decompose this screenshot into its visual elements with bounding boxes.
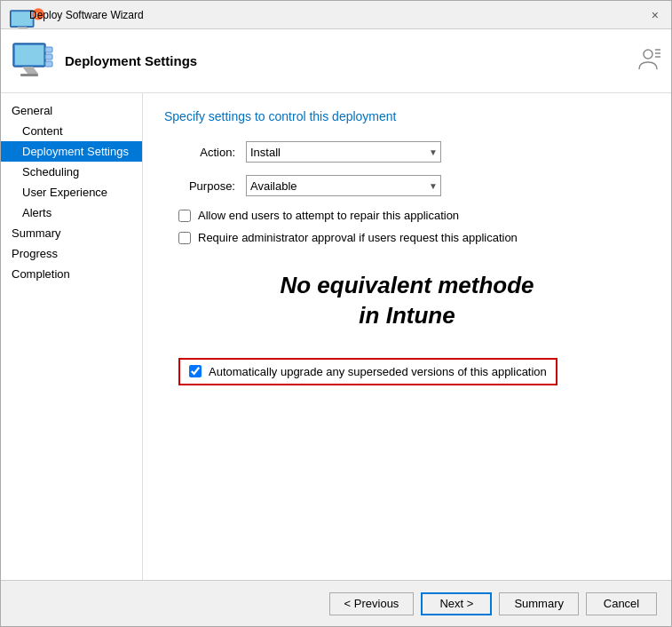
purpose-row: Purpose: Available Required ▼ [164, 175, 650, 196]
header-title: Deployment Settings [65, 53, 197, 68]
svg-point-13 [644, 50, 652, 59]
wizard-footer: < Previous Next > Summary Cancel [1, 580, 671, 626]
checkbox-upgrade-label: Automatically upgrade any superseded ver… [209, 365, 547, 378]
title-bar: ! Deploy Software Wizard × [1, 1, 671, 29]
sidebar-item-progress[interactable]: Progress [1, 243, 142, 264]
sidebar-item-scheduling[interactable]: Scheduling [1, 162, 142, 182]
checkbox-approval[interactable] [178, 232, 191, 244]
svg-marker-8 [22, 67, 38, 74]
svg-rect-11 [45, 54, 52, 60]
checkbox-repair-label: Allow end users to attempt to repair thi… [198, 209, 459, 222]
wizard-body: General Content Deployment Settings Sche… [1, 93, 671, 580]
no-equivalent-text: No equivalent methode in Intune [164, 271, 650, 331]
svg-rect-7 [15, 45, 43, 65]
sidebar-item-completion[interactable]: Completion [1, 264, 142, 284]
wizard-window: ! Deploy Software Wizard × Deployment Se… [0, 0, 672, 627]
svg-rect-9 [20, 74, 38, 76]
summary-button[interactable]: Summary [499, 592, 579, 615]
action-select-wrapper: Install Uninstall ▼ [246, 141, 441, 163]
svg-rect-12 [45, 61, 52, 67]
cancel-button[interactable]: Cancel [586, 592, 657, 615]
sidebar-item-deployment-settings[interactable]: Deployment Settings [1, 141, 142, 162]
user-icon [636, 46, 660, 76]
checkbox-upgrade[interactable] [189, 365, 202, 377]
action-label: Action: [164, 146, 235, 159]
no-equivalent-box: No equivalent methode in Intune [164, 271, 650, 331]
main-heading: Specify settings to control this deploym… [164, 109, 650, 123]
title-bar-text: Deploy Software Wizard [29, 9, 646, 21]
title-bar-icon: ! [8, 7, 24, 23]
purpose-select-wrapper: Available Required ▼ [246, 175, 441, 196]
main-content: Specify settings to control this deploym… [143, 93, 671, 580]
checkbox-repair-row: Allow end users to attempt to repair thi… [164, 209, 650, 222]
svg-rect-10 [45, 47, 52, 52]
sidebar-item-user-experience[interactable]: User Experience [1, 182, 142, 202]
purpose-label: Purpose: [164, 179, 235, 193]
wizard-header: Deployment Settings [1, 29, 671, 93]
sidebar-item-general[interactable]: General [1, 100, 142, 121]
sidebar: General Content Deployment Settings Sche… [1, 93, 143, 580]
header-icon [12, 40, 54, 83]
sidebar-item-alerts[interactable]: Alerts [1, 202, 142, 223]
sidebar-item-content[interactable]: Content [1, 121, 142, 141]
purpose-select[interactable]: Available Required [246, 175, 441, 196]
action-select[interactable]: Install Uninstall [246, 141, 441, 163]
checkbox-repair[interactable] [178, 210, 191, 222]
action-row: Action: Install Uninstall ▼ [164, 141, 650, 163]
highlight-area: Automatically upgrade any superseded ver… [164, 358, 650, 385]
checkbox-approval-label: Require administrator approval if users … [198, 231, 518, 244]
next-button[interactable]: Next > [421, 592, 492, 615]
checkbox-approval-row: Require administrator approval if users … [164, 231, 650, 244]
close-button[interactable]: × [646, 7, 664, 23]
sidebar-item-summary[interactable]: Summary [1, 223, 142, 243]
checkbox-upgrade-highlight: Automatically upgrade any superseded ver… [178, 358, 557, 385]
previous-button[interactable]: < Previous [329, 592, 415, 615]
